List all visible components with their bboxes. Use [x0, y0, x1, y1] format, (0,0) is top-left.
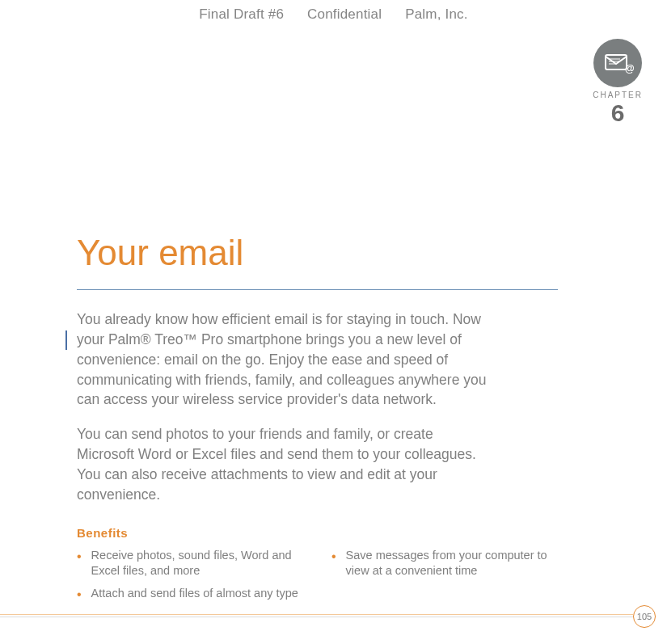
footer-rule [0, 617, 633, 617]
bullet-icon: • [77, 586, 82, 604]
svg-text:@: @ [625, 63, 635, 74]
document-header: Final Draft #6 Confidential Palm, Inc. [0, 0, 667, 23]
revision-bar [65, 330, 67, 350]
email-at-icon: @ [593, 39, 642, 87]
benefit-text: Receive photos, sound files, Word and Ex… [91, 548, 307, 579]
page-number-badge: 105 [633, 605, 656, 628]
page-number: 105 [633, 605, 656, 628]
bullet-icon: • [331, 548, 336, 579]
bullet-icon: • [77, 548, 82, 579]
benefits-list: • Receive photos, sound files, Word and … [77, 548, 562, 610]
benefit-item: • Attach and send files of almost any ty… [77, 586, 307, 604]
svg-rect-0 [606, 55, 627, 69]
intro-paragraph-2: You can send photos to your friends and … [77, 424, 489, 504]
chapter-label: CHAPTER [593, 90, 643, 99]
benefit-text: Attach and send files of almost any type [91, 586, 298, 604]
title-underline [77, 289, 558, 290]
draft-label: Final Draft #6 [199, 6, 284, 22]
footer-rule-accent [0, 614, 633, 615]
confidential-label: Confidential [307, 6, 382, 22]
intro-paragraph-1: You already know how efficient email is … [77, 309, 489, 410]
benefit-item: • Save messages from your computer to vi… [331, 548, 562, 579]
chapter-badge: @ CHAPTER 6 [593, 39, 643, 125]
benefits-heading: Benefits [77, 526, 590, 540]
chapter-number: 6 [593, 101, 643, 125]
company-label: Palm, Inc. [405, 6, 468, 22]
benefit-item: • Receive photos, sound files, Word and … [77, 548, 307, 579]
page-title: Your email [77, 233, 590, 273]
benefit-text: Save messages from your computer to view… [346, 548, 562, 579]
